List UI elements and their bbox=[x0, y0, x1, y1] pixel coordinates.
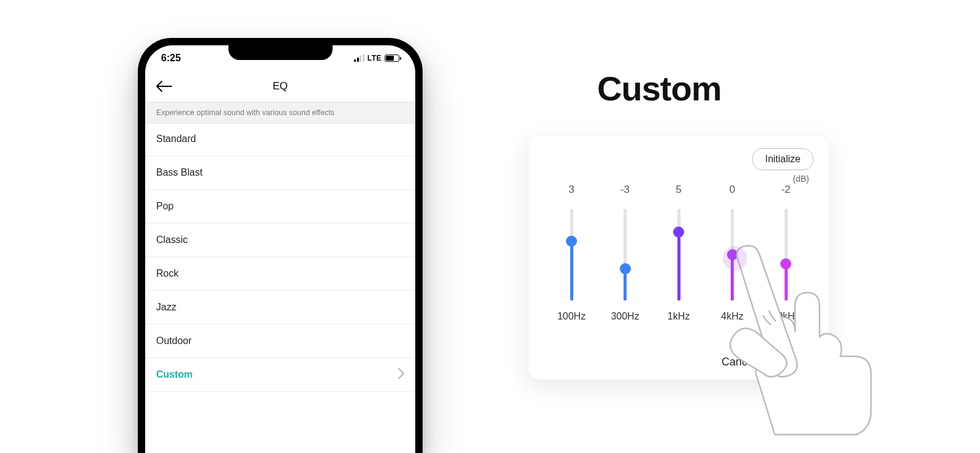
chevron-right-icon bbox=[398, 368, 404, 381]
screen-header: EQ bbox=[145, 71, 415, 102]
eq-slider-300hz[interactable]: -3300Hz bbox=[607, 184, 644, 324]
eq-preset-label: Outdoor bbox=[156, 335, 192, 346]
eq-slider-1khz[interactable]: 51kHz bbox=[660, 184, 697, 324]
eq-preset-label: Jazz bbox=[156, 302, 176, 313]
slider-knob[interactable] bbox=[566, 236, 577, 247]
eq-preset-classic[interactable]: Classic bbox=[145, 223, 415, 257]
slider-value: -2 bbox=[781, 184, 790, 198]
slider-track[interactable] bbox=[607, 198, 644, 311]
slider-freq-label: 300Hz bbox=[611, 311, 639, 324]
slider-value: 0 bbox=[729, 184, 735, 198]
eq-preset-jazz[interactable]: Jazz bbox=[145, 291, 415, 324]
slider-freq-label: 4kHz bbox=[721, 311, 743, 324]
eq-preset-pop[interactable]: Pop bbox=[145, 190, 415, 223]
custom-eq-card: Initialize (dB) 3100Hz-3300Hz51kHz04kHz-… bbox=[529, 136, 829, 380]
clock-label: 6:25 bbox=[161, 53, 181, 64]
battery-icon bbox=[385, 54, 399, 62]
slider-knob[interactable] bbox=[780, 258, 791, 269]
headline: Custom bbox=[597, 69, 721, 108]
subtitle-strip: Experience optimal sound with various so… bbox=[145, 102, 415, 124]
slider-value: 3 bbox=[568, 184, 574, 198]
eq-preset-bass-blast[interactable]: Bass Blast bbox=[145, 156, 415, 190]
ok-button[interactable]: OK bbox=[790, 356, 805, 369]
slider-value: -3 bbox=[620, 184, 630, 198]
slider-track[interactable] bbox=[553, 198, 590, 311]
eq-preset-label: Rock bbox=[156, 268, 178, 279]
slider-knob[interactable] bbox=[727, 249, 738, 260]
status-right: LTE bbox=[354, 54, 399, 62]
subtitle-text: Experience optimal sound with various so… bbox=[156, 108, 334, 117]
eq-preset-rock[interactable]: Rock bbox=[145, 257, 415, 291]
eq-preset-custom[interactable]: Custom bbox=[145, 358, 415, 392]
eq-preset-label: Custom bbox=[156, 369, 193, 380]
initialize-button[interactable]: Initialize bbox=[752, 148, 813, 170]
back-icon[interactable] bbox=[156, 81, 172, 92]
network-label: LTE bbox=[368, 54, 382, 62]
eq-preset-standard[interactable]: Standard bbox=[145, 122, 415, 156]
card-actions: Cancel OK bbox=[722, 356, 805, 369]
eq-slider-100hz[interactable]: 3100Hz bbox=[553, 184, 590, 324]
cancel-button[interactable]: Cancel bbox=[722, 356, 756, 369]
initialize-label: Initialize bbox=[765, 154, 801, 165]
unit-db-label: (dB) bbox=[793, 174, 809, 184]
slider-freq-label: 10kHz bbox=[772, 311, 799, 324]
slider-knob[interactable] bbox=[620, 263, 631, 274]
eq-preset-label: Classic bbox=[156, 234, 188, 245]
slider-knob[interactable] bbox=[673, 226, 684, 238]
phone-frame: 6:25 LTE EQ Experience optimal sound wit… bbox=[138, 38, 423, 453]
eq-preset-outdoor[interactable]: Outdoor bbox=[145, 324, 415, 358]
slider-freq-label: 100Hz bbox=[557, 311, 586, 324]
eq-sliders: 3100Hz-3300Hz51kHz04kHz-210kHz bbox=[553, 184, 804, 324]
slider-track[interactable] bbox=[767, 198, 804, 311]
slider-track[interactable] bbox=[660, 198, 697, 311]
phone-screen: 6:25 LTE EQ Experience optimal sound wit… bbox=[145, 45, 415, 453]
phone-notch bbox=[228, 45, 333, 60]
eq-slider-4khz[interactable]: 04kHz bbox=[714, 184, 751, 324]
slider-value: 5 bbox=[676, 184, 681, 198]
eq-preset-label: Standard bbox=[156, 133, 196, 144]
slider-track[interactable] bbox=[714, 198, 751, 311]
eq-preset-list: StandardBass BlastPopClassicRockJazzOutd… bbox=[145, 122, 415, 453]
unit-hz-label: (Hz) bbox=[793, 328, 809, 338]
signal-icon bbox=[354, 54, 364, 62]
eq-slider-10khz[interactable]: -210kHz bbox=[767, 184, 804, 324]
eq-preset-label: Bass Blast bbox=[156, 167, 203, 178]
page-title: EQ bbox=[145, 80, 415, 92]
slider-freq-label: 1kHz bbox=[668, 311, 690, 324]
eq-preset-label: Pop bbox=[156, 201, 173, 212]
